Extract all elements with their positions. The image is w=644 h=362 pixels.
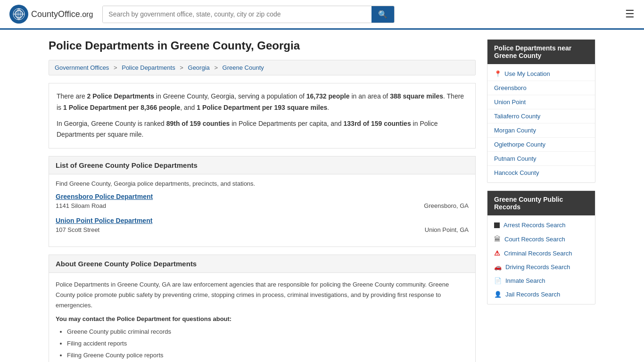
search-input[interactable]	[103, 6, 372, 23]
breadcrumb-gov-offices[interactable]: Government Offices	[55, 64, 109, 71]
breadcrumb: Government Offices > Police Departments …	[49, 60, 476, 75]
jail-icon: 👤	[494, 291, 502, 298]
near-hancock-link[interactable]: Hancock County	[494, 169, 539, 176]
arrest-icon	[494, 222, 500, 228]
breadcrumb-georgia[interactable]: Georgia	[188, 64, 210, 71]
near-greensboro[interactable]: Greensboro	[487, 81, 595, 95]
union-point-pd-link[interactable]: Union Point Police Department	[56, 217, 152, 224]
near-morgan-link[interactable]: Morgan County	[494, 127, 536, 134]
arrest-records-item[interactable]: Arrest Records Search	[487, 218, 595, 232]
breadcrumb-sep-3: >	[214, 64, 218, 71]
near-union-point[interactable]: Union Point	[487, 95, 595, 109]
per-sqmile: 1 Police Department per 193 square miles	[197, 104, 327, 111]
population: 16,732 people	[306, 92, 350, 100]
near-union-point-link[interactable]: Union Point	[494, 99, 526, 106]
search-button[interactable]: 🔍	[372, 6, 394, 23]
jail-records-item[interactable]: 👤 Jail Records Search	[487, 288, 595, 301]
sidebar-records-section: Greene County Public Records Arrest Reco…	[487, 190, 595, 304]
about-text: Police Departments in Greene County, GA …	[56, 280, 469, 311]
search-container: 🔍	[102, 6, 395, 23]
jail-records-link[interactable]: Jail Records Search	[505, 291, 560, 298]
page-container: Police Departments in Greene County, Geo…	[39, 30, 605, 362]
near-oglethorpe-link[interactable]: Oglethorpe County	[494, 141, 545, 148]
near-putnam[interactable]: Putnam County	[487, 152, 595, 166]
near-putnam-link[interactable]: Putnam County	[494, 155, 537, 162]
union-point-city: Union Point, GA	[425, 226, 469, 233]
stats-block: There are 2 Police Departments in Greene…	[49, 83, 476, 148]
sidebar-near-section: Police Departments near Greene County 📍 …	[487, 39, 595, 183]
driving-records-item[interactable]: 🚗 Driving Records Search	[487, 260, 595, 274]
about-list-item-2: Filing accident reports	[67, 338, 469, 350]
criminal-records-item[interactable]: ⚠ Criminal Records Search	[487, 246, 595, 260]
court-records-link[interactable]: Court Records Search	[504, 236, 565, 243]
logo-link[interactable]: CountyOffice.org	[9, 5, 93, 24]
logo-icon	[9, 5, 28, 24]
inmate-search-link[interactable]: Inmate Search	[505, 277, 545, 284]
breadcrumb-sep-1: >	[114, 64, 117, 71]
court-icon: 🏛	[494, 235, 501, 243]
near-taliaferro-link[interactable]: Taliaferro County	[494, 113, 540, 120]
dept-greensboro: Greensboro Police Department 1141 Siloam…	[56, 193, 469, 209]
about-section: Police Departments in Greene County, GA …	[49, 273, 476, 362]
per-capita: 1 Police Department per 8,366 people	[63, 104, 180, 111]
sidebar-records-title: Greene County Public Records	[487, 191, 595, 215]
near-oglethorpe[interactable]: Oglethorpe County	[487, 138, 595, 152]
sidebar-near-title: Police Departments near Greene County	[487, 40, 595, 64]
greensboro-pd-link[interactable]: Greensboro Police Department	[56, 193, 153, 200]
criminal-records-link[interactable]: Criminal Records Search	[504, 250, 572, 257]
header: CountyOffice.org 🔍 ☰	[0, 0, 644, 30]
near-greensboro-link[interactable]: Greensboro	[494, 84, 527, 91]
sidebar-records-items: Arrest Records Search 🏛 Court Records Se…	[487, 215, 595, 304]
menu-button[interactable]: ☰	[625, 8, 635, 20]
union-point-address: 107 Scott Street	[56, 226, 99, 233]
criminal-icon: ⚠	[494, 249, 500, 257]
breadcrumb-police-depts[interactable]: Police Departments	[122, 64, 175, 71]
about-section-header: About Greene County Police Departments	[49, 255, 476, 273]
greensboro-city: Greensboro, GA	[424, 202, 469, 209]
dept-union-point: Union Point Police Department 107 Scott …	[56, 217, 469, 233]
driving-icon: 🚗	[494, 263, 502, 271]
breadcrumb-greene-county[interactable]: Greene County	[223, 64, 264, 71]
main-content: Police Departments in Greene County, Geo…	[49, 39, 476, 362]
inmate-icon: 📄	[494, 277, 502, 284]
breadcrumb-sep-2: >	[180, 64, 183, 71]
near-taliaferro[interactable]: Taliaferro County	[487, 109, 595, 123]
sidebar: Police Departments near Greene County 📍 …	[487, 39, 595, 362]
about-list-item-3: Filing Greene County police reports	[67, 350, 469, 362]
rank1: 89th of 159 counties	[166, 120, 230, 127]
near-hancock[interactable]: Hancock County	[487, 166, 595, 180]
about-list: Greene County public criminal records Fi…	[56, 326, 469, 362]
driving-records-link[interactable]: Driving Records Search	[505, 263, 570, 271]
location-icon: 📍	[494, 70, 502, 77]
greensboro-address: 1141 Siloam Road	[56, 202, 106, 209]
court-records-item[interactable]: 🏛 Court Records Search	[487, 232, 595, 246]
sidebar-near-items: 📍 Use My Location Greensboro Union Point…	[487, 64, 595, 182]
area: 388 square miles	[390, 92, 443, 100]
list-section: Find Greene County, Georgia police depar…	[49, 174, 476, 247]
use-my-location-item[interactable]: 📍 Use My Location	[487, 67, 595, 81]
dept-count: 2 Police Departments	[87, 92, 154, 100]
page-title: Police Departments in Greene County, Geo…	[49, 39, 476, 52]
use-my-location-link[interactable]: Use My Location	[504, 70, 550, 77]
inmate-search-item[interactable]: 📄 Inmate Search	[487, 274, 595, 288]
about-list-item-1: Greene County public criminal records	[67, 326, 469, 338]
list-section-header: List of Greene County Police Departments	[49, 156, 476, 174]
rank2: 133rd of 159 counties	[344, 120, 411, 127]
near-morgan[interactable]: Morgan County	[487, 123, 595, 138]
about-contact-header: You may contact the Police Department fo…	[56, 315, 469, 322]
arrest-records-link[interactable]: Arrest Records Search	[504, 222, 566, 229]
logo-text: CountyOffice.org	[31, 9, 93, 19]
list-desc: Find Greene County, Georgia police depar…	[56, 180, 469, 187]
